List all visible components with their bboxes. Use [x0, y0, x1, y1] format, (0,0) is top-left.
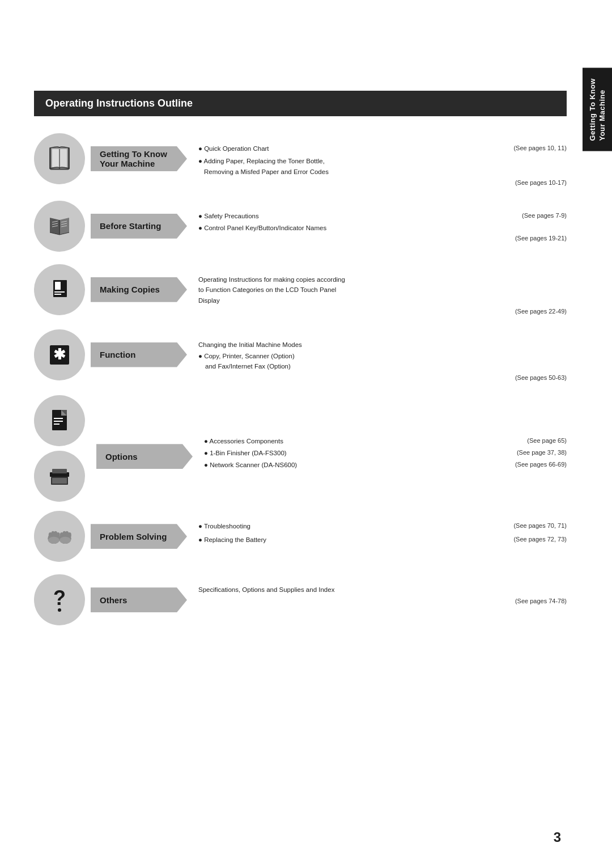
desc-making-copies: Operating Instructions for making copies… [198, 274, 567, 317]
desc-function: Changing the Initial Machine Modes ● Cop… [198, 340, 567, 383]
label-before-starting: Before Starting [91, 214, 187, 239]
icon-circle-making-copies [34, 264, 85, 315]
options-top-icon [44, 405, 75, 436]
svg-rect-7 [54, 291, 65, 293]
desc-problem-solving: ● Troubleshooting (See pages 70, 71) ● R… [198, 521, 567, 545]
label-getting-to-know: Getting To KnowYour Machine [91, 146, 187, 171]
label-problem-solving: Problem Solving [91, 524, 187, 549]
options-bottom-icon [44, 461, 75, 492]
main-content: Operating Instructions Outline Getting T… [34, 91, 567, 638]
icon-circle-book [34, 133, 85, 184]
label-function: Function [91, 342, 187, 367]
svg-rect-18 [52, 469, 67, 473]
desc-others: Specifications, Options and Supplies and… [198, 585, 567, 606]
section-row-before-starting: Before Starting ● Safety Precautions (Se… [34, 201, 567, 252]
asterisk-icon: ✱ [44, 340, 75, 370]
svg-rect-6 [55, 282, 61, 290]
svg-rect-4 [60, 149, 67, 167]
section-row-others: ? Others Specifications, Options and Sup… [34, 574, 567, 625]
desc-getting-to-know: ● Quick Operation Chart (See pages 10, 1… [198, 143, 567, 188]
copy-icon [44, 274, 75, 305]
svg-point-32 [60, 537, 71, 544]
svg-rect-15 [54, 421, 63, 422]
icon-circle-function: ✱ [34, 329, 85, 380]
label-making-copies: Making Copies [91, 277, 187, 302]
svg-rect-14 [54, 418, 63, 419]
open-book-icon [44, 211, 75, 242]
desc-options: ● Accessories Components (See page 65) ●… [204, 436, 567, 471]
label-options: Options [96, 444, 193, 469]
svg-rect-20 [52, 478, 67, 484]
svg-rect-8 [54, 294, 61, 295]
hands-icon [44, 521, 75, 552]
icon-circle-options-top [34, 395, 85, 446]
label-others: Others [91, 587, 187, 612]
icon-circle-before-starting [34, 201, 85, 252]
svg-point-26 [48, 537, 60, 544]
svg-text:?: ? [53, 586, 66, 609]
svg-rect-3 [52, 149, 59, 167]
header-bar: Operating Instructions Outline [34, 91, 567, 116]
book-icon [44, 143, 75, 174]
section-row-problem-solving: Problem Solving ● Troubleshooting (See p… [34, 511, 567, 562]
svg-rect-16 [54, 424, 60, 425]
svg-text:✱: ✱ [53, 346, 66, 363]
icon-group-options [34, 395, 85, 502]
desc-before-starting: ● Safety Precautions (See pages 7-9) ● C… [198, 211, 567, 243]
icon-circle-options-bottom [34, 451, 85, 502]
svg-point-31 [68, 532, 71, 537]
header-title: Operating Instructions Outline [45, 98, 193, 109]
icon-circle-problem-solving [34, 511, 85, 562]
section-row-getting-to-know: Getting To KnowYour Machine ● Quick Oper… [34, 133, 567, 188]
question-icon: ? [44, 585, 75, 615]
section-row-making-copies: Making Copies Operating Instructions for… [34, 264, 567, 317]
section-row-options: Options ● Accessories Components (See pa… [34, 395, 567, 502]
tab-text: Getting To KnowYour Machine [588, 78, 606, 141]
svg-point-34 [58, 608, 61, 612]
page-number: 3 [554, 829, 561, 845]
section-row-function: ✱ Function Changing the Initial Machine … [34, 329, 567, 383]
chapter-tab: Getting To KnowYour Machine [583, 68, 612, 151]
icon-circle-others: ? [34, 574, 85, 625]
